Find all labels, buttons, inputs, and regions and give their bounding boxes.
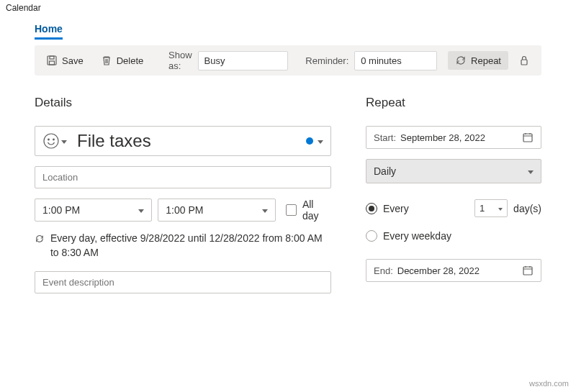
description-input[interactable]	[35, 271, 331, 293]
save-icon	[46, 55, 58, 66]
svg-rect-1	[50, 56, 54, 59]
svg-rect-7	[523, 134, 532, 142]
save-button[interactable]: Save	[39, 51, 91, 70]
color-dot-icon	[306, 137, 313, 145]
location-input[interactable]	[35, 166, 331, 188]
end-date-label: End:	[374, 265, 393, 276]
repeat-icon	[455, 55, 467, 66]
end-time-select[interactable]: 1:00 PM	[158, 199, 275, 222]
end-date-value: December 28, 2022	[397, 265, 522, 276]
event-title-row	[35, 126, 331, 156]
all-day-checkbox[interactable]	[286, 204, 297, 216]
radio-every[interactable]	[366, 203, 377, 214]
frequency-select[interactable]: Daily	[366, 159, 541, 183]
start-date-value: September 28, 2022	[400, 132, 522, 143]
calendar-icon	[522, 132, 534, 143]
every-n-days-option[interactable]: Every 1 day(s)	[366, 199, 541, 217]
footer-watermark: wsxdn.com	[529, 379, 569, 388]
event-title-input[interactable]	[73, 131, 306, 151]
tab-strip: Home	[0, 16, 576, 40]
svg-rect-2	[50, 61, 55, 65]
svg-rect-3	[521, 60, 527, 65]
trash-icon	[101, 55, 112, 66]
repeat-label: Repeat	[471, 55, 501, 66]
radio-weekday[interactable]	[366, 230, 377, 242]
private-button[interactable]	[511, 51, 537, 70]
lock-icon	[518, 55, 530, 66]
delete-label: Delete	[117, 55, 144, 66]
repeat-column: Repeat Start: September 28, 2022 Daily E…	[366, 96, 541, 304]
toolbar: Save Delete Show as: Reminder: Repeat	[35, 45, 541, 76]
every-label: Every	[383, 203, 469, 214]
showas-input[interactable]	[198, 51, 288, 70]
recurrence-summary: Every day, effective 9/28/2022 until 12/…	[35, 232, 331, 260]
chevron-down-icon	[61, 136, 67, 147]
svg-rect-0	[48, 56, 56, 65]
every-count-input[interactable]: 1	[474, 199, 508, 217]
weekday-label: Every weekday	[383, 230, 451, 242]
recurrence-text: Every day, effective 9/28/2022 until 12/…	[50, 232, 331, 260]
details-column: Details 1:00 PM 1:00 PM All day	[35, 96, 331, 304]
repeat-start-date[interactable]: Start: September 28, 2022	[366, 126, 541, 149]
svg-point-5	[48, 139, 50, 140]
calendar-icon	[522, 265, 534, 276]
svg-rect-8	[523, 267, 532, 275]
emoji-icon	[42, 132, 60, 150]
app-title: Calendar	[0, 0, 576, 16]
reminder-input[interactable]	[354, 51, 437, 70]
start-date-label: Start:	[374, 132, 396, 143]
tab-home[interactable]: Home	[35, 23, 63, 40]
save-label: Save	[62, 55, 84, 66]
every-weekday-option[interactable]: Every weekday	[366, 230, 541, 242]
details-heading: Details	[35, 96, 331, 110]
every-unit: day(s)	[513, 203, 541, 214]
all-day-label: All day	[302, 199, 331, 222]
start-time-select[interactable]: 1:00 PM	[35, 199, 152, 222]
emoji-picker-button[interactable]	[42, 132, 73, 150]
recurrence-icon	[35, 233, 45, 245]
reminder-label: Reminder:	[298, 55, 351, 66]
chevron-down-icon	[318, 136, 323, 147]
delete-button[interactable]: Delete	[94, 51, 151, 70]
calendar-color-button[interactable]	[306, 136, 323, 147]
showas-label: Show as:	[161, 50, 195, 71]
svg-point-6	[53, 139, 55, 140]
repeat-heading: Repeat	[366, 96, 541, 110]
repeat-button[interactable]: Repeat	[448, 51, 508, 70]
svg-point-4	[44, 134, 58, 148]
repeat-end-date[interactable]: End: December 28, 2022	[366, 259, 541, 282]
content-area: Details 1:00 PM 1:00 PM All day	[0, 76, 576, 304]
time-row: 1:00 PM 1:00 PM All day	[35, 199, 331, 222]
